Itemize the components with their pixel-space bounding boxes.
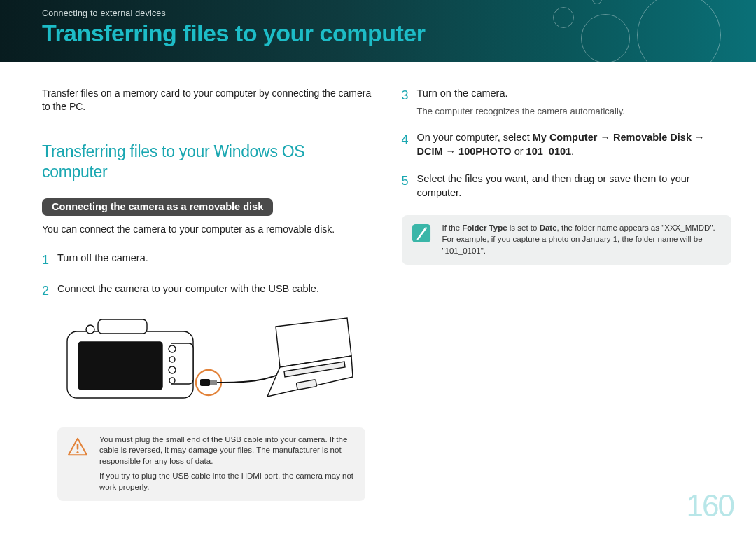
step-5: 5 Select the files you want, and then dr… [402,172,732,200]
step-number: 4 [402,131,417,158]
note-pen-icon [412,224,431,246]
svg-point-6 [169,378,175,383]
step-2: 2 Connect the camera to your computer wi… [42,282,372,299]
caution-text-1: You must plug the small end of the USB c… [99,434,356,467]
section-heading: Transferring files to your Windows OS co… [42,142,372,182]
svg-point-5 [169,366,176,373]
svg-rect-2 [98,319,147,334]
figure-camera-usb-laptop [59,314,372,415]
svg-rect-9 [200,379,210,386]
note-box: If the Folder Type is set to Date, the f… [402,215,732,264]
svg-point-14 [76,451,78,453]
subsection-pill: Connecting the camera as a removable dis… [42,198,273,216]
step-text: On your computer, select My Computer → R… [417,131,732,158]
usb-connection-illustration [59,314,353,412]
step-text: Turn off the camera. [57,252,372,268]
page-number: 160 [687,488,734,523]
step-text: Turn on the camera. [417,88,508,99]
svg-rect-1 [78,342,162,390]
step-number: 5 [402,172,417,200]
svg-rect-13 [77,444,79,449]
caution-box: You must plug the small end of the USB c… [57,427,365,502]
step-4: 4 On your computer, select My Computer →… [402,131,732,158]
warning-icon [67,437,88,460]
decorative-bubbles [525,0,735,84]
svg-point-7 [86,325,94,334]
svg-point-3 [169,345,176,352]
caution-text-2: If you try to plug the USB cable into th… [99,471,356,493]
step-number: 1 [42,252,57,268]
step-3: 3 Turn on the camera. The computer recog… [402,87,732,117]
left-column: Transfer files on a memory card to your … [42,87,372,501]
step-text: Connect the camera to your computer with… [57,282,372,299]
step-1: 1 Turn off the camera. [42,252,372,268]
intro-text: Transfer files on a memory card to your … [42,87,372,114]
step-note: The computer recognizes the camera autom… [417,105,732,118]
svg-rect-10 [210,380,217,385]
subsection-desc: You can connect the camera to your compu… [42,223,372,236]
note-text: If the Folder Type is set to Date, the f… [442,222,722,256]
step-text: Select the files you want, and then drag… [417,172,732,200]
svg-point-4 [169,357,175,362]
right-column: 3 Turn on the camera. The computer recog… [402,87,732,501]
step-number: 2 [42,282,57,299]
header-band: Connecting to external devices Transferr… [0,0,756,62]
step-number: 3 [402,87,417,117]
